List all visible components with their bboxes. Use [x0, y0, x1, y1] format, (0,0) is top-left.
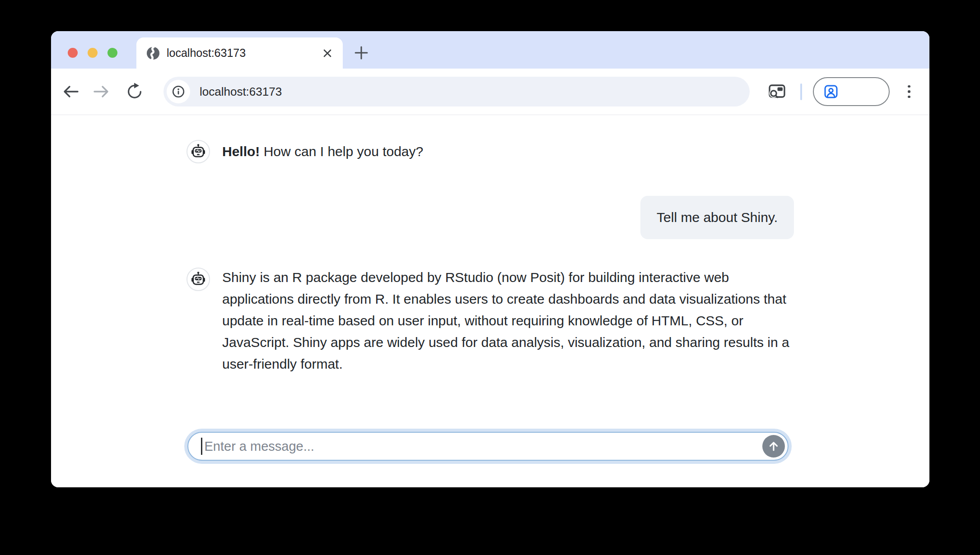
- close-tab-icon[interactable]: [320, 46, 335, 60]
- browser-menu-button[interactable]: [898, 81, 920, 102]
- tab-search-button[interactable]: [767, 81, 789, 102]
- profile-icon: [823, 84, 839, 99]
- profile-button[interactable]: [813, 77, 890, 106]
- window-controls: [68, 48, 117, 58]
- chat-input-container: [187, 432, 789, 461]
- reload-icon: [125, 82, 144, 101]
- reload-button[interactable]: [124, 81, 145, 102]
- browser-window: localhost:63173: [51, 31, 929, 487]
- bot-avatar: [187, 140, 210, 163]
- message-text: Shiny is an R package developed by RStud…: [222, 267, 794, 375]
- arrow-left-icon: [61, 82, 80, 102]
- bot-avatar: [187, 268, 210, 291]
- message-body: How can I help you today?: [264, 144, 424, 159]
- maximize-window-button[interactable]: [107, 48, 117, 58]
- close-window-button[interactable]: [68, 48, 78, 58]
- info-icon: [172, 85, 185, 98]
- minimize-window-button[interactable]: [88, 48, 98, 58]
- browser-toolbar: localhost:63173: [51, 69, 929, 115]
- tab-search-icon: [768, 83, 788, 101]
- message-text: Tell me about Shiny.: [657, 210, 778, 225]
- site-info-button[interactable]: [167, 80, 190, 103]
- chat-container: Hello! How can I help you today? Tell me…: [187, 115, 794, 487]
- tab-bar: localhost:63173: [51, 31, 929, 69]
- chat-input[interactable]: [204, 439, 763, 454]
- robot-icon: [190, 143, 206, 160]
- address-bar[interactable]: localhost:63173: [163, 77, 750, 106]
- forward-button[interactable]: [91, 81, 112, 102]
- kebab-menu-icon: [908, 85, 910, 98]
- arrow-up-icon: [767, 439, 780, 453]
- browser-tab[interactable]: localhost:63173: [136, 37, 343, 69]
- text-caret: [201, 438, 202, 455]
- page-content: Hello! How can I help you today? Tell me…: [51, 115, 929, 487]
- globe-favicon-icon: [146, 46, 160, 60]
- assistant-message-greeting: Hello! How can I help you today?: [187, 140, 423, 163]
- user-message-bubble: Tell me about Shiny.: [640, 196, 794, 239]
- robot-icon: [190, 271, 206, 287]
- message-bold-lead: Hello!: [222, 144, 260, 159]
- url-text: localhost:63173: [200, 85, 282, 99]
- back-button[interactable]: [60, 81, 81, 102]
- message-text: Hello! How can I help you today?: [222, 141, 423, 162]
- arrow-right-icon: [92, 82, 112, 102]
- new-tab-button[interactable]: [350, 42, 373, 64]
- plus-icon: [351, 42, 372, 63]
- tab-title: localhost:63173: [167, 46, 320, 60]
- send-button[interactable]: [762, 435, 785, 458]
- assistant-message-answer: Shiny is an R package developed by RStud…: [187, 267, 794, 375]
- toolbar-divider: [800, 83, 802, 100]
